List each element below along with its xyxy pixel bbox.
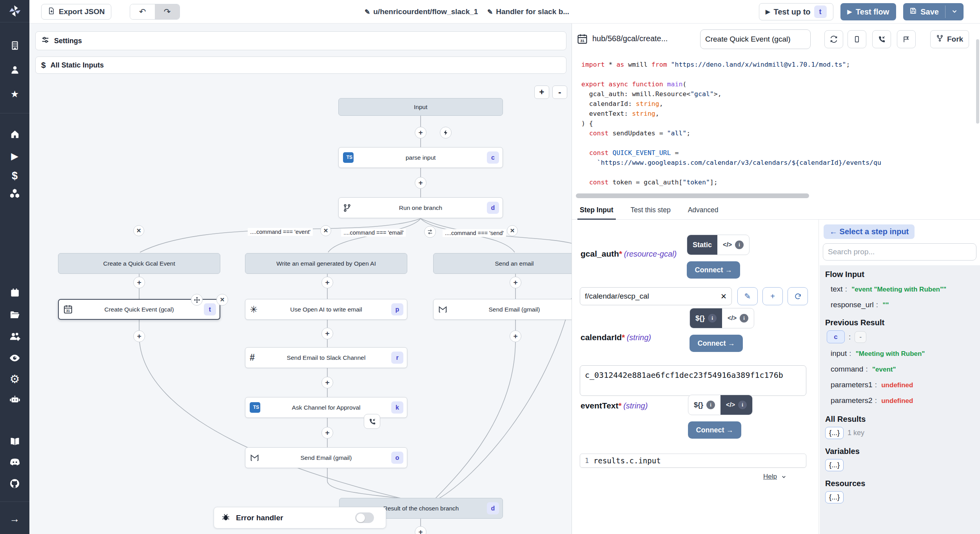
resources-expand-button[interactable]: {...} bbox=[825, 491, 844, 503]
folders-icon[interactable] bbox=[0, 307, 29, 323]
variables-dollar-icon[interactable]: $ bbox=[0, 168, 29, 184]
node-ask-channel-approval[interactable]: TS Ask Channel for Approval k bbox=[245, 397, 407, 418]
vertical-scrollbar[interactable] bbox=[976, 39, 979, 124]
resources-cubes-icon[interactable] bbox=[0, 185, 29, 201]
add-step-button[interactable]: + bbox=[415, 526, 426, 534]
node-run-one-branch[interactable]: Run one branch d bbox=[338, 197, 503, 218]
flow-canvas[interactable]: Settings $ All Static Inputs + - Input +… bbox=[29, 24, 572, 534]
error-handler-toggle[interactable] bbox=[355, 512, 374, 523]
code-mode-button[interactable]: </> i bbox=[720, 395, 752, 415]
runs-play-icon[interactable]: ▶ bbox=[0, 148, 29, 164]
variables-expand-button[interactable]: {...} bbox=[825, 459, 844, 471]
info-icon[interactable]: i bbox=[708, 314, 717, 323]
workspace-icon[interactable] bbox=[0, 38, 29, 53]
prop-row[interactable]: command: "event" bbox=[825, 361, 980, 377]
delete-branch-button[interactable]: ✕ bbox=[320, 225, 331, 236]
node-send-email-gmail-2[interactable]: Send Email (gmail) o bbox=[245, 447, 407, 468]
clear-icon[interactable]: ✕ bbox=[720, 292, 727, 301]
breadcrumb-path[interactable]: ✎ u/henricourdent/flow_slack_1 bbox=[365, 0, 478, 24]
branch-header-openai[interactable]: Write an email generated by Open AI bbox=[245, 253, 407, 274]
all-results-expand-button[interactable]: {...} bbox=[825, 427, 844, 439]
settings-gear-icon[interactable]: ⚙ bbox=[0, 371, 29, 387]
expr-mode-button[interactable]: ${} i bbox=[688, 395, 720, 415]
modal-view-button[interactable] bbox=[848, 30, 866, 48]
add-resource-button[interactable]: + bbox=[762, 287, 783, 305]
branch-header-gcal[interactable]: Create a Quick Gcal Event bbox=[58, 253, 220, 274]
trigger-bolt-button[interactable] bbox=[440, 127, 452, 139]
tab-step-input[interactable]: Step Input bbox=[580, 201, 613, 219]
delete-branch-button[interactable]: ✕ bbox=[507, 225, 518, 236]
tab-advanced[interactable]: Advanced bbox=[688, 201, 719, 219]
save-button[interactable]: Save bbox=[903, 3, 945, 20]
code-mode-button[interactable]: </> i bbox=[717, 235, 749, 255]
info-icon[interactable]: i bbox=[738, 401, 747, 409]
test-flow-button[interactable]: ▶ Test flow bbox=[840, 3, 897, 20]
step-id-badge[interactable]: c bbox=[827, 330, 845, 343]
gcal-auth-connect-button[interactable]: Connect → bbox=[687, 261, 740, 279]
add-step-button[interactable]: + bbox=[510, 277, 521, 288]
tab-test-this-step[interactable]: Test this step bbox=[631, 201, 671, 219]
docs-book-icon[interactable] bbox=[0, 434, 29, 449]
help-link[interactable]: Help bbox=[763, 473, 787, 481]
prop-row[interactable]: parameters2: undefined bbox=[825, 393, 980, 408]
expand-arrow-icon[interactable]: → bbox=[0, 511, 29, 527]
suspend-phone-icon[interactable] bbox=[364, 414, 380, 429]
code-editor[interactable]: import * as wmill from "https://deno.lan… bbox=[581, 60, 973, 187]
move-step-handle[interactable] bbox=[191, 294, 203, 306]
branch-condition-label[interactable]: ....command === 'send' bbox=[443, 229, 506, 237]
branch-condition-label[interactable]: ....command === 'email' bbox=[341, 229, 406, 237]
zoom-in-button[interactable]: + bbox=[534, 86, 549, 99]
fork-button[interactable]: Fork bbox=[930, 30, 969, 48]
step-summary-input[interactable]: Create Quick Event (gcal) bbox=[700, 29, 811, 49]
add-step-button[interactable]: + bbox=[415, 177, 426, 189]
prop-row[interactable]: input: "Meeting with Ruben" bbox=[825, 346, 980, 361]
error-handler-card[interactable]: Error handler bbox=[214, 507, 386, 529]
info-icon[interactable]: i bbox=[706, 401, 715, 409]
node-create-quick-event[interactable]: 31 Create Quick Event (gcal) t ✕ bbox=[58, 299, 220, 320]
audit-eye-icon[interactable] bbox=[0, 350, 29, 366]
export-json-button[interactable]: Export JSON bbox=[41, 4, 111, 20]
add-step-button[interactable]: + bbox=[415, 127, 426, 139]
zoom-out-button[interactable]: - bbox=[552, 86, 567, 99]
breadcrumb-summary[interactable]: ✎ Handler for slack b... bbox=[487, 0, 569, 24]
user-icon[interactable] bbox=[0, 62, 29, 78]
horizontal-scrollbar[interactable] bbox=[576, 193, 809, 198]
discord-icon[interactable] bbox=[0, 454, 29, 470]
delete-step-button[interactable]: ✕ bbox=[216, 294, 228, 306]
info-icon[interactable]: i bbox=[735, 241, 744, 249]
node-send-email-to-slack[interactable]: # Send Email to Slack Channel r bbox=[245, 347, 407, 368]
delete-branch-button[interactable]: ✕ bbox=[133, 225, 144, 236]
node-input[interactable]: Input bbox=[338, 98, 503, 116]
calendar-id-connect-button[interactable]: Connect → bbox=[690, 335, 743, 352]
groups-users-icon[interactable] bbox=[0, 329, 29, 344]
resource-path-input[interactable]: f/calendar/escp_cal ✕ bbox=[580, 287, 732, 305]
flag-button[interactable] bbox=[897, 30, 916, 48]
static-mode-button[interactable]: Static bbox=[687, 235, 717, 255]
add-step-button[interactable]: + bbox=[321, 277, 333, 288]
windmill-logo[interactable] bbox=[0, 3, 29, 19]
edit-resource-button[interactable]: ✎ bbox=[737, 287, 758, 305]
suspend-phone-button[interactable] bbox=[872, 30, 891, 48]
branch-condition-label[interactable]: ....command === 'event' bbox=[248, 228, 313, 236]
search-prop-input[interactable] bbox=[823, 243, 976, 261]
add-step-button[interactable]: + bbox=[321, 427, 333, 439]
schedules-calendar-icon[interactable] bbox=[0, 285, 29, 301]
calendar-id-input[interactable]: c_0312442e881ae6fcf1dec23f54916a389f1c17… bbox=[580, 365, 806, 396]
github-icon[interactable] bbox=[0, 476, 29, 491]
expression-editor[interactable]: 1 results.c.input bbox=[580, 454, 806, 468]
add-step-button[interactable]: + bbox=[321, 377, 333, 388]
home-icon[interactable] bbox=[0, 126, 29, 142]
save-dropdown-button[interactable] bbox=[946, 3, 964, 20]
node-use-openai[interactable]: ✳ Use Open AI to write email p bbox=[245, 299, 407, 320]
collapse-button[interactable]: - bbox=[855, 331, 866, 343]
prop-row[interactable]: text: "event "Meeting with Ruben"" bbox=[825, 281, 980, 297]
settings-bar[interactable]: Settings bbox=[35, 31, 566, 50]
expr-mode-button[interactable]: ${} i bbox=[690, 308, 722, 328]
reload-script-button[interactable] bbox=[824, 30, 843, 48]
code-mode-button[interactable]: </> i bbox=[722, 308, 754, 328]
branch-header-send-email[interactable]: Send an email bbox=[433, 253, 572, 274]
select-step-input-button[interactable]: ← Select a step input bbox=[824, 224, 915, 239]
add-step-button[interactable]: + bbox=[133, 277, 145, 288]
info-icon[interactable]: i bbox=[740, 314, 748, 323]
undo-button[interactable]: ↶ bbox=[130, 4, 155, 19]
